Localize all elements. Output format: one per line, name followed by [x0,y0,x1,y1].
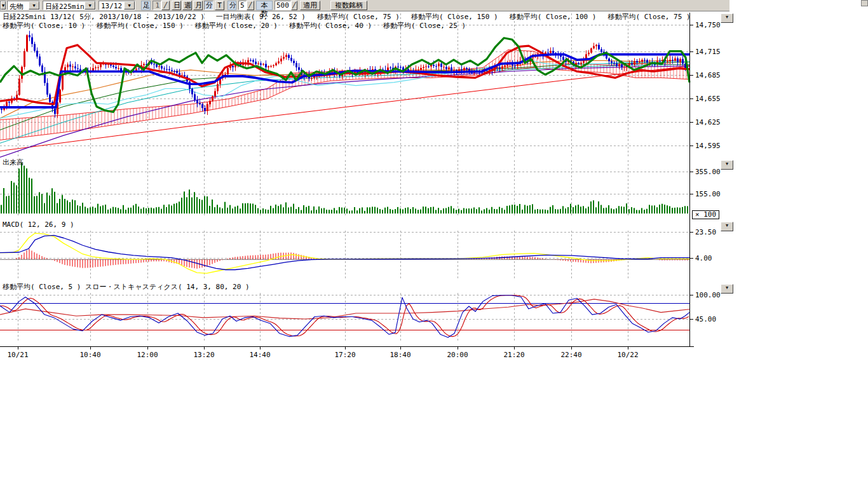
x-axis-label: 18:40 [390,351,410,359]
x-axis-label: 10:40 [79,351,100,359]
x-axis-label: 10/22 [617,351,638,359]
x-axis-label: 12:00 [137,351,158,359]
y-axis-label: 14,595 [695,142,721,150]
price-panel-menu-button[interactable]: ▼ [721,13,733,23]
legend-item: 移動平均( Close, 20 ) [195,22,278,30]
legend-item: 移動平均( Close, 150 ) [97,22,184,30]
macd-panel-title: MACD( 12, 26, 9 ) [3,221,74,229]
x-axis-label: 17:20 [334,351,355,359]
y-axis-label: 23.50 [695,228,716,236]
legend-item: 移動平均( Close, 75 ) [607,13,690,21]
legend-item: 移動平均( Close, 40 ) [289,22,372,30]
y-axis-label: 355.00 [695,168,721,176]
volume-panel-menu-button[interactable]: ▼ [721,160,733,170]
stoch-panel-menu-button[interactable]: ▼ [721,284,733,294]
legend-item: 移動平均( Close, 150 ) [411,13,498,21]
legend-item: 移動平均( Close, 25 ) [383,22,466,30]
volume-multiplier-badge: × 100 [692,210,719,219]
price-panel-legend-row2: 移動平均( Close, 10 )移動平均( Close, 150 )移動平均(… [3,22,477,30]
y-axis-label: 14,750 [695,21,721,29]
y-axis-label: 14,655 [695,95,721,103]
chart-application-window: ▼ 先物 ▼ 日経225mini ▼ 13/12 ▼ 足 1 ╱ 日 週 月 分… [0,0,868,488]
y-axis-label: 45.00 [695,315,716,323]
legend-item: 一目均衡表( 9, 26, 52 ) [216,13,306,21]
y-axis-label: 14,685 [695,71,721,79]
legend-item: 移動平均( Close, 10 ) [3,22,85,30]
legend-item: 移動平均( Close, 100 ) [510,13,597,21]
legend-item: 移動平均( Close, 75 ) [317,13,400,21]
x-axis-label: 14:40 [249,351,270,359]
y-axis-label: 100.00 [695,291,721,299]
volume-panel-title: 出来高 [3,159,24,166]
y-axis-label: 14,625 [695,118,721,126]
legend-item: 日経225mini 13/12( 5分, 2013/10/18 - 2013/1… [3,13,205,21]
stoch-panel-title: 移動平均( Close, 5 ) スロー・ストキャスティクス( 14, 3, 8… [3,283,250,291]
x-axis-label: 10/21 [7,351,28,359]
x-axis-label: 21:20 [503,351,524,359]
y-axis-label: 4.00 [695,254,712,262]
volume-layer [1,163,688,214]
x-axis-label: 22:40 [560,351,581,359]
macd-panel-menu-button[interactable]: ▼ [721,222,733,231]
price-panel-legend-row1: 日経225mini 13/12( 5分, 2013/10/18 - 2013/1… [3,13,702,21]
x-axis-label: 13:20 [193,351,214,359]
chart-canvas: 14,75014,71514,68514,65514,62514,595355.… [0,0,868,488]
y-axis-label: 155.00 [695,190,721,198]
y-axis-label: 14,715 [695,48,721,56]
x-axis-label: 20:00 [447,351,468,359]
